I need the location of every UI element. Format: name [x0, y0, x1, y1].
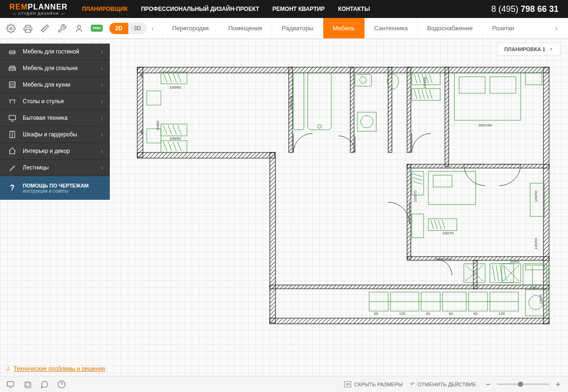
- pro-badge[interactable]: PRO: [91, 25, 103, 32]
- svg-rect-1: [26, 29, 30, 32]
- stairs-icon: [7, 163, 18, 172]
- print-icon[interactable]: [23, 23, 33, 34]
- question-icon: ?: [7, 182, 18, 194]
- tab-watersupply[interactable]: Водоснабжение: [417, 18, 482, 38]
- sidebar-item-living[interactable]: Мебель для гостиной ›: [0, 44, 110, 60]
- plan-selector-label: ПЛАНИРОВКА 1: [504, 46, 545, 52]
- sidebar-item-kitchen[interactable]: Мебель для кухни ›: [0, 77, 110, 93]
- sofa-icon: [7, 47, 18, 56]
- tab-rooms[interactable]: Помещения: [218, 18, 272, 38]
- zoom-in-button[interactable]: +: [554, 380, 562, 389]
- svg-rect-93: [7, 382, 14, 386]
- plan-selector-dropdown[interactable]: ПЛАНИРОВКА 1 ▼: [497, 43, 560, 56]
- wardrobe-icon: [7, 130, 18, 139]
- nav-design[interactable]: ПРОФЕССИОНАЛЬНЫЙ ДИЗАЙН-ПРОЕКТ: [141, 6, 259, 12]
- chevron-right-icon: ›: [101, 81, 103, 89]
- sidebar-item-tables[interactable]: Столы и стулья ›: [0, 93, 110, 110]
- sidebar-item-bedroom[interactable]: Мебель для спальни ›: [0, 60, 110, 77]
- svg-rect-17: [388, 67, 392, 152]
- svg-rect-22: [407, 257, 549, 260]
- tab-sockets[interactable]: Розетки: [482, 18, 524, 38]
- chevron-down-icon: ▼: [549, 47, 553, 52]
- nav-contacts[interactable]: КОНТАКТЫ: [338, 6, 370, 12]
- zoom-slider[interactable]: [497, 383, 549, 385]
- svg-text:60/61: 60/61: [510, 259, 520, 264]
- undo-button[interactable]: ↶ ОТМЕНИТЬ ДЕЙСТВИЕ: [410, 381, 476, 387]
- svg-rect-34: [161, 124, 187, 136]
- zoom-out-button[interactable]: −: [484, 380, 492, 389]
- svg-text:3: 3: [140, 130, 142, 134]
- view-3d-button[interactable]: 3D: [128, 23, 147, 34]
- ruler-icon[interactable]: [40, 23, 50, 34]
- hide-dimensions-button[interactable]: 80 СКРЫТЬ РАЗМЕРЫ: [344, 381, 402, 387]
- sidebar-label: Шкафы и гардеробы: [23, 131, 77, 138]
- layers-icon[interactable]: [23, 380, 32, 389]
- sidebar-item-wardrobes[interactable]: Шкафы и гардеробы ›: [0, 126, 110, 143]
- chat-icon[interactable]: [40, 380, 49, 389]
- zoom-handle[interactable]: [518, 382, 523, 387]
- tech-link-text: Технические проблемы и решения: [14, 365, 105, 372]
- nav-planner[interactable]: ПЛАНИРОВЩИК: [82, 6, 128, 12]
- tech-problems-link[interactable]: ⚠ Технические проблемы и решения: [6, 365, 105, 372]
- svg-text:80: 80: [449, 312, 453, 316]
- tab-partitions[interactable]: Перегородки: [162, 18, 218, 38]
- svg-rect-53: [433, 175, 452, 187]
- tab-plumbing[interactable]: Сантехника: [364, 18, 417, 38]
- svg-rect-13: [270, 318, 549, 324]
- svg-text:165/68: 165/68: [423, 77, 427, 89]
- tools-icon[interactable]: [57, 23, 67, 34]
- logo-subtitle: — СТУДИЯ ДИЗАЙНА —: [12, 11, 65, 16]
- zoom-control: − +: [484, 380, 562, 389]
- sidebar-item-stairs[interactable]: Лестницы ›: [0, 160, 110, 176]
- sidebar-label: Бытовая техника: [23, 115, 68, 121]
- category-tabs: Перегородки Помещения Радиаторы Мебель С…: [162, 18, 550, 38]
- chevron-right-icon: ›: [101, 147, 103, 155]
- svg-rect-32: [161, 72, 187, 84]
- svg-point-39: [318, 125, 321, 128]
- view-toggle: 2D 3D: [109, 23, 147, 34]
- nav-repair[interactable]: РЕМОНТ КВАРТИР: [273, 6, 325, 12]
- svg-rect-61: [525, 265, 544, 270]
- home-icon: [7, 147, 18, 155]
- table-icon: [7, 97, 18, 106]
- floorplan-canvas[interactable]: 100/60 100/60 200/110 165/68 200/180 100…: [133, 62, 554, 328]
- tabs-scroll-right[interactable]: ›: [550, 24, 562, 33]
- tab-furniture[interactable]: Мебель: [323, 18, 364, 38]
- sidebar-item-decor[interactable]: Интерьер и декор ›: [0, 143, 110, 160]
- svg-point-2: [78, 25, 81, 28]
- kitchen-icon: [7, 80, 18, 89]
- tool-icons-group: PRO: [6, 23, 103, 34]
- svg-rect-18: [407, 67, 411, 152]
- help-subtitle: инструкции и советы: [23, 188, 89, 194]
- sidebar-item-appliances[interactable]: Бытовая техника ›: [0, 110, 110, 126]
- svg-rect-38: [308, 73, 331, 130]
- canvas-area[interactable]: Мебель для гостиной › Мебель для спальни…: [0, 39, 568, 376]
- chevron-right-icon: ›: [101, 98, 103, 105]
- chevron-right-icon: ›: [101, 64, 103, 72]
- svg-rect-55: [412, 214, 424, 238]
- sidebar-label: Лестницы: [23, 164, 49, 171]
- view-2d-button[interactable]: 2D: [109, 23, 128, 34]
- help-icon[interactable]: [57, 380, 66, 389]
- svg-rect-11: [137, 152, 275, 158]
- svg-rect-9: [137, 67, 549, 73]
- svg-rect-5: [9, 82, 15, 88]
- sidebar-label: Мебель для кухни: [23, 81, 71, 88]
- svg-point-44: [361, 116, 373, 128]
- user-icon[interactable]: [74, 23, 84, 34]
- tab-radiators[interactable]: Радиаторы: [272, 18, 323, 38]
- sidebar-help[interactable]: ? ПОМОЩЬ ПО ЧЕРТЕЖАМ инструкции и советы: [0, 176, 110, 200]
- tabs-scroll-left[interactable]: ‹: [147, 25, 159, 32]
- screen-icon[interactable]: [6, 380, 15, 389]
- logo[interactable]: REMPLANNER — СТУДИЯ ДИЗАЙНА —: [9, 3, 68, 16]
- settings-icon[interactable]: [6, 23, 16, 34]
- toolbar: PRO 2D 3D ‹ Перегородки Помещения Радиат…: [0, 18, 568, 39]
- svg-rect-24: [270, 285, 549, 289]
- help-text-block: ПОМОЩЬ ПО ЧЕРТЕЖАМ инструкции и советы: [23, 183, 89, 194]
- svg-text:60: 60: [473, 312, 478, 316]
- footer-icons: [6, 380, 66, 389]
- svg-text:60: 60: [374, 312, 378, 316]
- svg-rect-36: [161, 141, 187, 152]
- svg-text:100/70: 100/70: [442, 231, 454, 235]
- logo-text: REMPLANNER: [9, 3, 68, 11]
